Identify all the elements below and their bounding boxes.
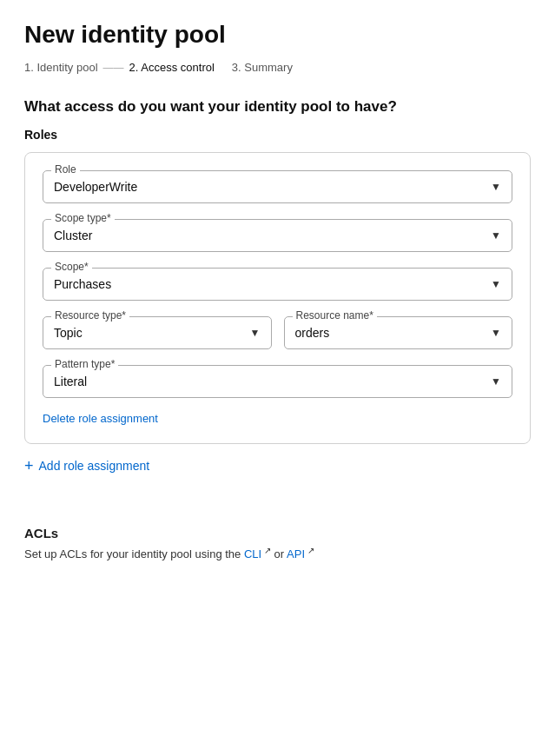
plus-icon: + — [24, 458, 34, 474]
roles-label: Roles — [24, 128, 531, 142]
add-role-assignment-button[interactable]: + Add role assignment — [24, 458, 149, 474]
add-role-label: Add role assignment — [39, 459, 150, 473]
resource-type-value: Topic — [54, 326, 83, 340]
pattern-type-value: Literal — [54, 375, 87, 388]
resource-name-chevron-icon: ▼ — [491, 327, 501, 339]
acl-or-text: or — [274, 547, 287, 560]
role-select[interactable]: DeveloperWrite ▼ — [43, 170, 512, 203]
section-question: What access do you want your identity po… — [24, 98, 531, 116]
scope-type-value: Cluster — [54, 229, 92, 242]
scope-type-chevron-icon: ▼ — [491, 229, 501, 242]
breadcrumb-step1: 1. Identity pool — [24, 61, 98, 74]
scope-value: Purchases — [54, 277, 111, 291]
resource-type-field-container: Resource type* Topic ▼ — [43, 316, 272, 349]
acl-description: Set up ACLs for your identity pool using… — [24, 546, 531, 560]
role-card: Role DeveloperWrite ▼ Scope type* Cluste… — [24, 152, 531, 444]
pattern-type-label: Pattern type* — [51, 358, 118, 370]
page-title: New identity pool — [24, 21, 531, 49]
external-icon-cli: ↗ — [261, 546, 271, 555]
breadcrumb-step3: 3. Summary — [232, 61, 293, 74]
pattern-type-field-container: Pattern type* Literal ▼ — [43, 365, 512, 398]
resource-type-chevron-icon: ▼ — [250, 327, 261, 339]
resource-row: Resource type* Topic ▼ Resource name* or… — [43, 316, 512, 349]
cli-link[interactable]: CLI — [244, 547, 261, 560]
role-chevron-icon: ▼ — [491, 181, 501, 193]
resource-name-label: Resource name* — [293, 309, 377, 322]
scope-field-container: Scope* Purchases ▼ — [43, 268, 512, 301]
role-value: DeveloperWrite — [54, 180, 137, 194]
role-field-container: Role DeveloperWrite ▼ — [43, 170, 512, 203]
resource-name-field-container: Resource name* orders ▼ — [284, 316, 513, 349]
acl-title: ACLs — [24, 526, 531, 540]
resource-name-value: orders — [295, 326, 330, 340]
delete-role-assignment-link[interactable]: Delete role assignment — [43, 412, 158, 425]
acl-desc-text-before: Set up ACLs for your identity pool using… — [24, 547, 244, 560]
external-icon-api: ↗ — [305, 546, 314, 555]
breadcrumb-sep1: —— — [103, 62, 124, 74]
scope-chevron-icon: ▼ — [491, 278, 501, 290]
breadcrumb: 1. Identity pool —— 2. Access control 3.… — [24, 61, 531, 74]
resource-type-label: Resource type* — [51, 309, 129, 322]
acl-section: ACLs Set up ACLs for your identity pool … — [24, 526, 531, 560]
scope-type-field-container: Scope type* Cluster ▼ — [43, 219, 512, 252]
breadcrumb-step2: 2. Access control — [129, 61, 215, 74]
api-link[interactable]: API — [287, 547, 305, 560]
scope-select[interactable]: Purchases ▼ — [43, 268, 512, 301]
role-label: Role — [51, 163, 80, 176]
scope-type-label: Scope type* — [51, 212, 115, 224]
pattern-type-chevron-icon: ▼ — [491, 375, 501, 388]
scope-label: Scope* — [51, 261, 92, 273]
